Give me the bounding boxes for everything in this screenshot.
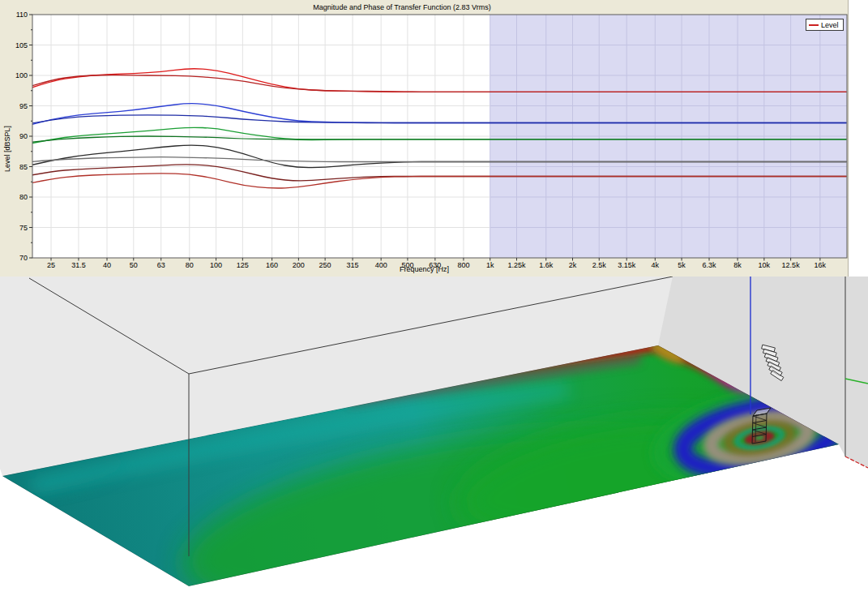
y-tick-label: 80 (19, 193, 28, 201)
transfer-function-plot[interactable]: 2531.54050638010012516020025031540050063… (0, 0, 849, 277)
transfer-function-panel: 2531.54050638010012516020025031540050063… (0, 0, 849, 277)
y-tick-label: 100 (15, 71, 28, 79)
chart-title: Magnitude and Phase of Transfer Function… (0, 3, 804, 11)
y-tick-label: 95 (19, 102, 28, 110)
y-tick-label: 90 (19, 132, 28, 140)
app-window: 2531.54050638010012516020025031540050063… (0, 0, 868, 596)
y-tick-label: 70 (19, 254, 28, 262)
legend-box[interactable]: Level (806, 19, 844, 31)
y-tick-label: 110 (16, 11, 28, 19)
y-tick-label: 75 (19, 224, 28, 232)
legend-label: Level (821, 21, 839, 29)
legend-line-swatch (809, 24, 819, 26)
x-axis-label: Frequency [Hz] (0, 265, 849, 273)
y-tick-label: 85 (19, 163, 28, 171)
y-tick-label: 105 (15, 41, 28, 49)
y-axis-label: Level [dBSPL] (3, 126, 11, 172)
